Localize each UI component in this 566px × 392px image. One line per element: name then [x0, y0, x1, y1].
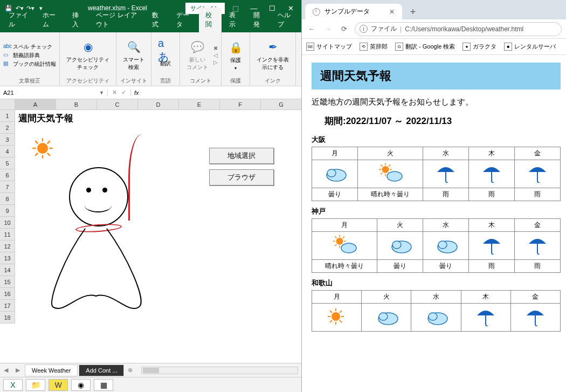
row-header[interactable]: 3: [0, 134, 15, 146]
sheet-next-icon[interactable]: ▶: [12, 367, 24, 374]
tab-close-icon[interactable]: ✕: [389, 8, 395, 16]
bookmark-item[interactable]: ●ガラクタ: [463, 43, 496, 51]
row-header[interactable]: 4: [0, 146, 15, 157]
region-select-button[interactable]: 地域選択: [209, 148, 274, 164]
row-header[interactable]: 16: [0, 288, 15, 300]
sheet-title: 週間天気予報: [18, 112, 73, 125]
taskbar-excel-icon[interactable]: X: [3, 379, 23, 391]
new-sheet-icon[interactable]: ⊕: [124, 367, 136, 374]
col-header[interactable]: D: [138, 99, 179, 109]
accessibility-button[interactable]: ◉アクセシビリティ チェック: [63, 38, 113, 72]
bookmark-item[interactable]: ■レンタルサーバ: [504, 43, 556, 51]
excel-window: 💾 ↶▾ ↷▾ ▾ weather.xlsm - Excel サインイン ⬚ —…: [0, 0, 302, 392]
tab-developer[interactable]: 開発: [247, 8, 270, 32]
bookmark-icon: SE: [306, 43, 314, 51]
col-header[interactable]: B: [56, 99, 97, 109]
site-info-icon[interactable]: i: [360, 25, 368, 33]
tab-file[interactable]: ファイル: [2, 8, 35, 32]
row-header[interactable]: 18: [0, 312, 15, 324]
row-header[interactable]: 14: [0, 264, 15, 276]
row-header[interactable]: 12: [0, 240, 15, 252]
bookmark-item[interactable]: G翻訳 - Google 検索: [395, 43, 455, 51]
address-bar[interactable]: i ファイル | C:/Users/morikawa/Desktop/weath…: [355, 22, 562, 36]
workbook-stats-button[interactable]: ▤ブックの統計情報: [3, 60, 56, 68]
group-accessibility: アクセシビリティ: [63, 76, 113, 85]
new-tab-button[interactable]: +: [405, 4, 420, 19]
bookmark-item[interactable]: ⟲英辞郎: [360, 43, 388, 51]
row-header[interactable]: 15: [0, 276, 15, 288]
bookmark-icon: G: [395, 43, 403, 51]
weather-icon-cell: [515, 160, 561, 188]
weather-text-cell: 雨: [469, 260, 515, 273]
chevron-down-icon[interactable]: ▼: [99, 90, 104, 95]
row-header[interactable]: 17: [0, 300, 15, 312]
sheet-prev-icon[interactable]: ◀: [0, 367, 12, 374]
tab-formulas[interactable]: 数式: [146, 8, 169, 32]
tab-help[interactable]: ヘルプ: [271, 8, 299, 32]
bookmark-item[interactable]: SEサイトマップ: [306, 43, 352, 51]
cancel-icon[interactable]: ✕: [112, 89, 117, 96]
row-header[interactable]: 1: [0, 110, 15, 122]
day-header: 金: [515, 219, 561, 232]
taskbar-word-icon[interactable]: W: [49, 379, 68, 391]
tab-insert[interactable]: 挿入: [66, 8, 89, 32]
newcomment-button[interactable]: 💬新しい コメント: [183, 38, 211, 72]
sheet-tab-addcont[interactable]: Add Cont ...: [79, 365, 124, 376]
spellcheck-button[interactable]: abcスペル チェック: [3, 43, 56, 51]
taskbar-explorer-icon[interactable]: 📁: [26, 379, 45, 391]
taskbar-chrome-icon[interactable]: ◉: [71, 379, 91, 391]
translate-button[interactable]: aあ翻訳: [155, 42, 176, 68]
protect-button[interactable]: 🔒保護▾: [225, 39, 246, 72]
city-name: 大阪: [312, 135, 561, 145]
page-description: 近畿地方の週間天気予報をお知らせします。: [312, 97, 561, 107]
day-header: 火: [377, 219, 423, 232]
row-header[interactable]: 2: [0, 122, 15, 134]
row-header[interactable]: 11: [0, 229, 15, 240]
col-header[interactable]: C: [97, 99, 138, 109]
sheet-tab-week[interactable]: Week Weather: [25, 365, 78, 376]
tab-home[interactable]: ホーム: [36, 8, 64, 32]
col-header[interactable]: A: [15, 99, 56, 109]
row-header[interactable]: 9: [0, 205, 15, 217]
browser-button[interactable]: ブラウザ: [209, 169, 274, 185]
worksheet[interactable]: 123456789101112131415161718 ABCDEFG 週間天気…: [0, 99, 301, 363]
fx-icon[interactable]: fx: [131, 90, 142, 96]
weather-icon-cell: [312, 304, 362, 332]
back-icon[interactable]: ←: [306, 25, 317, 33]
hideink-button[interactable]: ✒インクを非表 示にする: [253, 38, 292, 72]
smartlookup-button[interactable]: 🔍スマート 検索: [120, 38, 148, 72]
tab-view[interactable]: 表示: [223, 8, 246, 32]
tab-review[interactable]: 校閲: [199, 8, 222, 32]
thesaurus-button[interactable]: ▭類義語辞典: [3, 52, 56, 59]
weather-text-cell: 晴れ時々曇り: [312, 260, 377, 273]
weather-icon-cell: [515, 232, 561, 260]
col-header[interactable]: G: [261, 99, 301, 109]
formula-bar: A21▼ ✕✓ fx: [0, 86, 301, 99]
browser-tab[interactable]: サンプルデータ ✕: [305, 4, 402, 19]
forward-icon[interactable]: →: [322, 25, 333, 33]
taskbar-app-icon[interactable]: ▦: [94, 379, 113, 391]
weather-text-cell: 雨: [515, 188, 561, 201]
weather-icon-cell: [312, 232, 377, 260]
row-header[interactable]: 7: [0, 181, 15, 193]
enter-icon[interactable]: ✓: [121, 89, 126, 96]
tab-data[interactable]: データ: [170, 8, 198, 32]
row-header[interactable]: 6: [0, 169, 15, 181]
stats-icon: ▤: [3, 60, 11, 68]
row-header[interactable]: 10: [0, 217, 15, 229]
horizontal-scrollbar[interactable]: [141, 367, 298, 374]
next-comment-button: ▷: [213, 59, 218, 65]
bookmarks-bar: SEサイトマップ⟲英辞郎G翻訳 - Google 検索●ガラクタ■レンタルサーバ: [302, 39, 566, 55]
row-header[interactable]: 13: [0, 252, 15, 264]
row-header[interactable]: 5: [0, 157, 15, 169]
translate-icon: aあ: [158, 43, 173, 58]
tab-pagelayout[interactable]: ページ レイアウト: [89, 8, 144, 32]
bookmark-icon: ■: [504, 43, 512, 51]
day-header: 水: [423, 219, 469, 232]
comment-icon: 💬: [190, 39, 205, 54]
col-header[interactable]: E: [179, 99, 220, 109]
row-header[interactable]: 8: [0, 193, 15, 205]
reload-icon[interactable]: ⟳: [339, 25, 349, 33]
col-header[interactable]: F: [220, 99, 261, 109]
name-box[interactable]: A21▼: [0, 90, 108, 96]
